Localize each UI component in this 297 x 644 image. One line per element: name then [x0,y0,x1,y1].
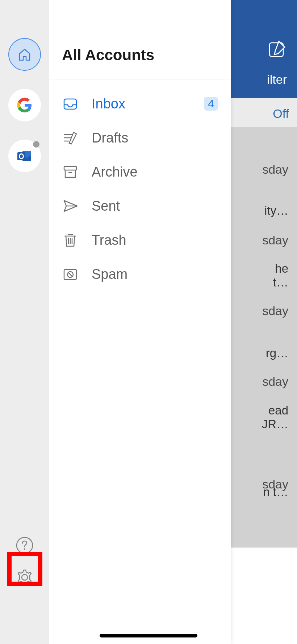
folder-sent[interactable]: Sent [49,189,231,223]
status-dot-icon [33,141,39,148]
inbox-icon [62,95,79,112]
bg-item-day: sday [262,233,288,247]
bg-item-preview: ity… [264,204,288,218]
trash-icon [62,232,79,248]
home-indicator[interactable] [100,634,197,637]
folder-badge: 4 [204,97,218,111]
svg-rect-7 [64,166,76,170]
bg-item-preview: t… [273,276,288,289]
folder-panel: All Accounts Inbox 4 [49,0,231,644]
account-all-home[interactable] [8,38,41,71]
compose-icon[interactable] [268,40,286,59]
outlook-icon [16,147,33,165]
bg-item-preview: n t… [263,485,288,499]
folder-spam[interactable]: Spam [49,257,231,291]
folder-label: Inbox [92,96,191,112]
spam-icon [62,266,79,282]
account-google[interactable] [8,89,41,121]
archive-icon [62,164,79,180]
bg-item-preview: he [275,262,288,276]
sent-icon [62,198,79,214]
home-icon [17,46,33,62]
help-button[interactable] [16,537,33,554]
bg-item-preview: ead [268,404,288,417]
bg-filter-text: ilter [267,73,287,87]
account-rail [0,0,49,644]
bg-item-day: sday [262,162,288,177]
navigation-drawer: All Accounts Inbox 4 [0,0,231,644]
bg-item-preview: JR… [262,417,288,431]
gear-icon [16,569,33,586]
help-icon [16,537,33,554]
folder-label: Drafts [92,130,218,146]
bg-off-text: Off [273,107,289,121]
folder-archive[interactable]: Archive [49,155,231,189]
folder-header: All Accounts [49,0,231,79]
svg-point-5 [24,548,25,550]
folder-drafts[interactable]: Drafts [49,121,231,155]
bg-item-day: sday [262,375,288,389]
svg-point-6 [22,574,28,580]
drafts-icon [62,129,79,146]
folder-label: Spam [92,267,218,282]
settings-button[interactable] [16,569,33,586]
folder-list: Inbox 4 Drafts [49,79,231,291]
bg-item-day: sday [262,304,288,318]
google-icon [16,96,33,114]
account-outlook[interactable] [8,140,41,172]
folder-label: Archive [92,164,218,180]
folder-trash[interactable]: Trash [49,223,231,257]
folder-label: Trash [92,232,218,248]
folder-label: Sent [92,198,218,214]
drawer-title: All Accounts [62,46,218,64]
bg-item-preview: rg… [266,346,288,360]
folder-inbox[interactable]: Inbox 4 [49,87,231,121]
